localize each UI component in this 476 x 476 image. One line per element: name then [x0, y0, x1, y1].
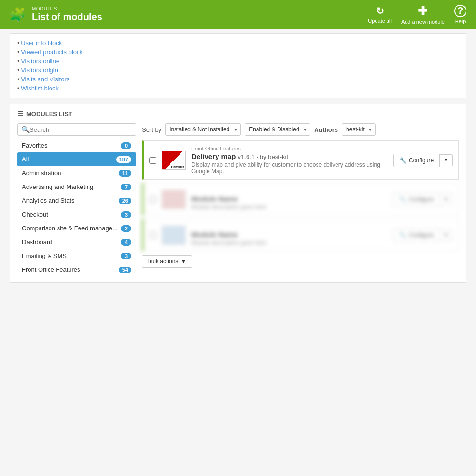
sidebar-item-favorites[interactable]: Favorites 0: [17, 139, 136, 152]
sidebar-item-label: All: [22, 156, 29, 163]
header-actions: ↻ Update all ✚ Add a new module ? Help: [368, 4, 466, 25]
module-category: [191, 224, 387, 229]
list-icon: ☰: [17, 110, 23, 118]
search-icon: 🔍: [21, 126, 30, 133]
module-thumbnail: Best Kit: [162, 151, 186, 170]
sidebar-badge-favorites: 0: [121, 142, 131, 149]
section-title-text: MODULES LIST: [26, 110, 72, 118]
module-name: Delivery map v1.6.1 · by best-kit: [191, 152, 387, 160]
sidebar-item-comparison[interactable]: Comparison site & Feed manage... 2: [17, 221, 136, 235]
module-category: Front Office Features: [191, 146, 387, 151]
header-title-block: MODULES List of modules: [32, 6, 102, 22]
sort-by-label: Sort by: [142, 126, 161, 133]
update-all-label: Update all: [368, 18, 392, 24]
page-header: 🧩 MODULES List of modules ↻ Update all ✚…: [0, 0, 476, 29]
wishlist-block-link[interactable]: Wishlist block: [21, 85, 59, 92]
module-item-3: Module Name Module description goes here…: [142, 218, 459, 251]
sidebar-item-administration[interactable]: Administration 11: [17, 166, 136, 180]
sidebar-badge-checkout: 3: [121, 211, 131, 218]
update-all-button[interactable]: ↻ Update all: [368, 5, 392, 24]
sidebar-item-label: Comparison site & Feed manage...: [22, 225, 118, 232]
sidebar-badge-analytics: 26: [119, 198, 131, 204]
sidebar-item-checkout[interactable]: Checkout 3: [17, 208, 136, 221]
sidebar-item-label: Favorites: [22, 142, 47, 149]
toolbar: Sort by Installed & Not Installed Enable…: [142, 123, 459, 136]
sidebar-item-label: Analytics and Stats: [22, 197, 75, 204]
search-input[interactable]: [30, 126, 132, 133]
authors-label: Authors: [314, 126, 338, 133]
links-section: User info block Viewed products block Vi…: [10, 33, 466, 98]
list-item: Visits and Visitors: [17, 75, 459, 84]
sidebar-item-emailing[interactable]: Emailing & SMS 3: [17, 249, 136, 263]
wrench-icon: 🔧: [399, 232, 407, 238]
list-item: Visitors online: [17, 57, 459, 66]
sidebar-badge-comparison: 2: [121, 225, 131, 232]
module-category: [191, 188, 387, 194]
sidebar-item-label: Administration: [22, 169, 61, 177]
module-info: Module Name Module description goes here: [191, 188, 387, 210]
module-item-2: Module Name Module description goes here…: [142, 183, 459, 216]
status-dropdown[interactable]: Enabled & Disabled: [245, 123, 310, 136]
update-icon: ↻: [376, 5, 384, 17]
list-item: Wishlist block: [17, 84, 459, 93]
visitors-origin-link[interactable]: Visitors origin: [21, 67, 58, 74]
bulk-actions-label: bulk actions: [148, 258, 178, 265]
module-actions: 🔧 Configure ▼: [393, 193, 453, 206]
module-description: Module description goes here: [191, 239, 387, 246]
module-thumbnail: [162, 190, 186, 209]
sidebar-item-label: Emailing & SMS: [22, 252, 67, 259]
viewed-products-link[interactable]: Viewed products block: [21, 49, 83, 56]
module-checkbox: [149, 232, 156, 238]
sidebar-badge-advertising: 7: [121, 184, 131, 190]
sidebar-item-advertising[interactable]: Advertising and Marketing 7: [17, 180, 136, 194]
sidebar-item-label: Front Office Features: [22, 266, 80, 273]
chevron-down-icon: ▼: [180, 258, 186, 265]
sort-dropdown[interactable]: Installed & Not Installed: [165, 123, 241, 136]
list-item: Visitors origin: [17, 66, 459, 75]
sidebar-badge-all: 187: [116, 156, 131, 163]
help-button[interactable]: ? Help: [454, 5, 466, 24]
configure-button: 🔧 Configure: [393, 228, 440, 242]
wrench-icon: 🔧: [399, 196, 407, 203]
sidebar-item-dashboard[interactable]: Dashboard 4: [17, 235, 136, 249]
content-area: Sort by Installed & Not Installed Enable…: [142, 123, 459, 277]
authors-dropdown[interactable]: best-kit: [342, 123, 376, 136]
links-list: User info block Viewed products block Vi…: [17, 39, 459, 93]
sidebar-badge-administration: 11: [119, 170, 131, 177]
header-subtitle: MODULES: [32, 6, 102, 11]
module-version: v1.6.1 · by best-kit: [238, 153, 288, 160]
list-item: User info block: [17, 39, 459, 48]
sidebar-item-label: Checkout: [22, 211, 48, 218]
modules-layout: 🔍 Favorites 0 All 187 Administration 11: [17, 123, 459, 277]
visits-visitors-link[interactable]: Visits and Visitors: [21, 76, 69, 83]
main-content: User info block Viewed products block Vi…: [0, 29, 476, 288]
search-box[interactable]: 🔍: [17, 123, 136, 136]
module-actions: 🔧 Configure ▼: [393, 154, 453, 167]
configure-dropdown-button: ▼: [440, 229, 453, 241]
sidebar-item-all[interactable]: All 187: [17, 152, 136, 166]
header-left: 🧩 MODULES List of modules: [10, 6, 102, 22]
module-description: Module description goes here: [191, 204, 387, 210]
add-icon: ✚: [418, 4, 427, 18]
section-title: ☰ MODULES LIST: [17, 110, 459, 118]
configure-dropdown-button[interactable]: ▼: [440, 154, 453, 166]
configure-button[interactable]: 🔧 Configure: [393, 154, 440, 167]
sidebar-item-front-office[interactable]: Front Office Features 54: [17, 263, 136, 277]
add-module-button[interactable]: ✚ Add a new module: [401, 4, 445, 25]
visitors-online-link[interactable]: Visitors online: [21, 58, 60, 65]
user-info-block-link[interactable]: User info block: [21, 40, 62, 47]
header-title: List of modules: [32, 11, 102, 22]
list-item: Viewed products block: [17, 48, 459, 57]
sidebar-item-analytics[interactable]: Analytics and Stats 26: [17, 194, 136, 208]
module-name: Module Name: [191, 230, 387, 238]
sidebar-badge-front-office: 54: [119, 267, 131, 273]
wrench-icon: 🔧: [399, 157, 407, 164]
sidebar-badge-dashboard: 4: [121, 239, 131, 246]
bulk-actions-button[interactable]: bulk actions ▼: [142, 255, 192, 268]
module-item-delivery-map: Best Kit Front Office Features Delivery …: [142, 140, 459, 180]
sidebar-item-label: Dashboard: [22, 238, 52, 246]
configure-button: 🔧 Configure: [393, 193, 440, 206]
module-checkbox: [149, 196, 156, 203]
module-name: Module Name: [191, 195, 387, 203]
module-checkbox[interactable]: [149, 157, 156, 164]
